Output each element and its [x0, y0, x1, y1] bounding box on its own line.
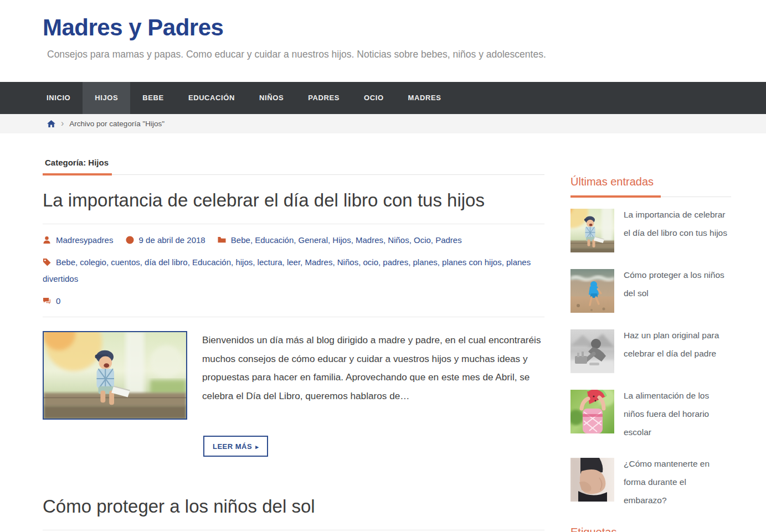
post-article-1: La importancia de celebrar el día del li…	[43, 185, 544, 457]
post-article-2: Cómo proteger a los niños del sol Madres…	[43, 491, 544, 532]
nav-item-educacion[interactable]: EDUCACIÓN	[176, 82, 247, 114]
sidebar-post-title[interactable]: La alimentación de los niños fuera del h…	[624, 386, 731, 441]
nav-item-bebe[interactable]: BEBE	[130, 82, 176, 114]
sidebar: Últimas entradas La importancia de celeb…	[570, 175, 731, 532]
widget-rule	[570, 195, 731, 198]
chevron-right-icon: ›	[61, 118, 64, 128]
nav-item-inicio[interactable]: INICIO	[34, 82, 83, 114]
nav-item-madres[interactable]: MADRES	[396, 82, 454, 114]
thumb-pregnant-belly[interactable]	[570, 458, 614, 502]
thumb-child-in-blue-walking-on-beach[interactable]	[570, 269, 614, 313]
thumb-girl-eating-watermelon[interactable]	[570, 390, 614, 433]
sidebar-post-title[interactable]: Haz un plan original para celebrar el dí…	[624, 326, 731, 373]
meta-row-comments: 0	[43, 293, 544, 309]
sidebar-post-item[interactable]: La alimentación de los niños fuera del h…	[570, 390, 731, 441]
category-heading: Categoría: Hijos	[43, 158, 544, 173]
sidebar-post-item[interactable]: La importancia de celebrar el día del li…	[570, 209, 731, 252]
clock-icon	[126, 236, 134, 244]
sidebar-post-title[interactable]: Cómo proteger a los niños del sol	[624, 266, 731, 313]
user-icon	[43, 236, 51, 244]
thumb-father-doing-crafts-grayscale[interactable]	[570, 329, 614, 373]
main-nav: INICIO HIJOS BEBE EDUCACIÓN NIÑOS PADRES…	[0, 82, 766, 114]
site-tagline: Consejos para mamas y papas. Como educar…	[47, 49, 766, 60]
nav-item-padres[interactable]: PADRES	[296, 82, 352, 114]
breadcrumb: › Archivo por categoría "Hijos"	[0, 114, 766, 133]
breadcrumb-label: Archivo por categoría "Hijos"	[69, 120, 164, 128]
post-meta: Madresypadres 9 de abril de 2018 Bebe, E…	[43, 224, 544, 317]
post-author-link[interactable]: Madresypadres	[56, 235, 113, 245]
post-date-link[interactable]: 9 de abril de 2018	[139, 235, 205, 245]
site-header: Madres y Padres Consejos para mamas y pa…	[0, 0, 766, 82]
post-body: Bienvenidos un día más al blog dirigido …	[43, 331, 544, 420]
main-column: Categoría: Hijos La importancia de celeb…	[43, 158, 544, 532]
sidebar-post-title[interactable]: La importancia de celebrar el día del li…	[624, 205, 731, 252]
nav-item-hijos[interactable]: HIJOS	[83, 82, 130, 114]
meta-row-tags: Bebe, colegio, cuentos, día del libro, E…	[43, 254, 544, 287]
sidebar-post-item[interactable]: Cómo proteger a los niños del sol	[570, 269, 731, 313]
sidebar-post-item[interactable]: ¿Cómo mantenerte en forma durante el emb…	[570, 458, 731, 509]
post-categories-links[interactable]: Bebe, Educación, General, Hijos, Madres,…	[231, 235, 462, 245]
meta-row-byline: Madresypadres 9 de abril de 2018 Bebe, E…	[43, 232, 544, 249]
tags-heading: Etiquetas	[570, 526, 731, 532]
tag-icon	[43, 258, 51, 266]
home-icon[interactable]	[47, 120, 55, 128]
sidebar-post-title[interactable]: ¿Cómo mantenerte en forma durante el emb…	[624, 454, 731, 509]
thumb-child-laughing-with-book-on-bench[interactable]	[570, 209, 614, 252]
post-title[interactable]: Cómo proteger a los niños del sol	[43, 491, 544, 522]
post-image-child-laughing-with-book-on-bench[interactable]	[43, 331, 187, 420]
post-comments-count[interactable]: 0	[56, 296, 60, 306]
latest-posts-heading: Últimas entradas	[570, 175, 731, 195]
folder-icon	[218, 236, 226, 244]
post-excerpt: Bienvenidos un día más al blog dirigido …	[202, 331, 541, 420]
post-tags-links[interactable]: Bebe, colegio, cuentos, día del libro, E…	[43, 257, 531, 283]
nav-item-ninos[interactable]: NIÑOS	[247, 82, 296, 114]
sidebar-post-item[interactable]: Haz un plan original para celebrar el dí…	[570, 329, 731, 373]
latest-posts-list: La importancia de celebrar el día del li…	[570, 209, 731, 509]
comments-icon	[43, 297, 51, 305]
category-rule	[43, 173, 544, 175]
arrow-right-icon: ▸	[255, 443, 259, 450]
site-title[interactable]: Madres y Padres	[43, 14, 766, 41]
page-body: Categoría: Hijos La importancia de celeb…	[0, 133, 766, 532]
nav-item-ocio[interactable]: OCIO	[352, 82, 396, 114]
post-meta: Madresypadres 6 de abril de 2018 General…	[43, 530, 544, 532]
read-more-button[interactable]: LEER MÁS▸	[203, 436, 268, 457]
post-title[interactable]: La importancia de celebrar el día del li…	[43, 185, 544, 216]
